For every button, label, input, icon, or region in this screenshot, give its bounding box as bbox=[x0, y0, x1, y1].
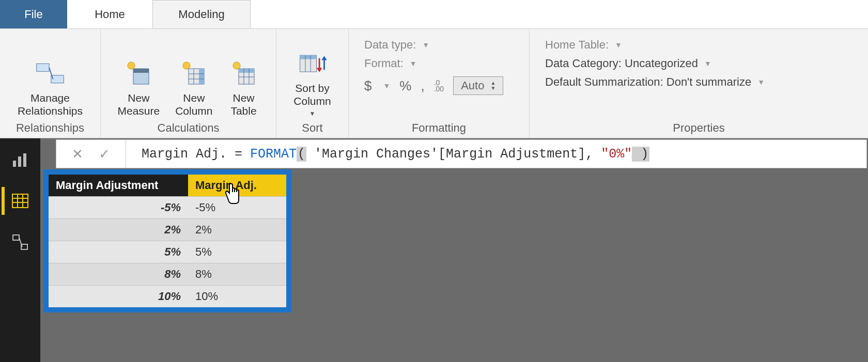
manage-relationships-label: Manage Relationships bbox=[18, 91, 83, 117]
new-column-label: New Column bbox=[175, 91, 212, 117]
table-row[interactable]: 10%10% bbox=[49, 286, 286, 308]
svg-point-12 bbox=[233, 62, 240, 69]
work-area: ✕ ✓ Margin Adj. = FORMAT( 'Margin Change… bbox=[0, 138, 868, 362]
svg-rect-22 bbox=[13, 161, 16, 167]
svg-rect-0 bbox=[37, 64, 49, 71]
new-column-button[interactable]: New Column bbox=[171, 56, 216, 119]
table-row[interactable]: 2%2% bbox=[49, 219, 286, 241]
data-table[interactable]: Margin Adjustment Margin Adj. -5%-5% 2%2… bbox=[49, 175, 286, 307]
sort-by-column-button[interactable]: Sort by Column ▼ bbox=[289, 46, 335, 119]
new-table-icon bbox=[228, 58, 259, 89]
decimal-places-auto[interactable]: Auto ▲▼ bbox=[453, 76, 503, 95]
auto-label: Auto bbox=[461, 79, 484, 92]
tab-row: File Home Modeling bbox=[0, 0, 868, 29]
new-table-label: New Table bbox=[230, 91, 256, 117]
tab-file[interactable]: File bbox=[0, 0, 67, 28]
column-header-margin-adjustment[interactable]: Margin Adjustment bbox=[49, 175, 188, 197]
cell[interactable]: 2% bbox=[188, 219, 286, 241]
svg-rect-8 bbox=[199, 69, 204, 84]
home-table-dropdown[interactable]: Home Table:▼ bbox=[545, 38, 847, 52]
main-area: ✕ ✓ Margin Adj. = FORMAT( 'Margin Change… bbox=[40, 138, 868, 362]
new-measure-label: New Measure bbox=[117, 91, 160, 117]
sort-icon bbox=[297, 49, 328, 80]
table-row[interactable]: 8%8% bbox=[49, 263, 286, 286]
svg-rect-25 bbox=[12, 194, 28, 208]
data-table-wrap: Margin Adjustment Margin Adj. -5%-5% 2%2… bbox=[43, 169, 291, 312]
cell[interactable]: 2% bbox=[49, 219, 188, 241]
new-table-button[interactable]: New Table bbox=[224, 56, 264, 119]
default-summarization-dropdown[interactable]: Default Summarization: Don't summarize▼ bbox=[545, 75, 847, 89]
data-canvas: Margin Adjustment Margin Adj. -5%-5% 2%2… bbox=[40, 169, 868, 362]
svg-rect-5 bbox=[133, 69, 149, 73]
column-header-margin-adj[interactable]: Margin Adj. bbox=[188, 175, 286, 197]
currency-button[interactable]: $ bbox=[364, 78, 371, 94]
relationships-icon bbox=[35, 58, 66, 89]
home-table-label: Home Table: bbox=[545, 38, 609, 52]
spinner-icon[interactable]: ▲▼ bbox=[490, 81, 495, 91]
group-relationships: Manage Relationships Relationships bbox=[0, 29, 101, 138]
cell[interactable]: 5% bbox=[188, 241, 286, 263]
new-measure-icon bbox=[123, 58, 154, 89]
view-rail bbox=[0, 138, 40, 362]
cell[interactable]: -5% bbox=[49, 197, 188, 219]
svg-point-3 bbox=[128, 62, 135, 69]
formula-bar[interactable]: ✕ ✓ Margin Adj. = FORMAT( 'Margin Change… bbox=[56, 139, 867, 168]
data-view-button[interactable] bbox=[6, 187, 34, 215]
sort-by-column-label: Sort by Column bbox=[293, 82, 331, 107]
group-relationships-title: Relationships bbox=[16, 119, 84, 136]
tab-home[interactable]: Home bbox=[67, 0, 152, 28]
report-view-button[interactable] bbox=[6, 146, 34, 174]
new-measure-button[interactable]: New Measure bbox=[113, 56, 164, 119]
svg-rect-23 bbox=[18, 156, 21, 167]
default-summarization-label: Default Summarization: Don't summarize bbox=[545, 75, 751, 89]
svg-rect-24 bbox=[23, 153, 26, 167]
cell[interactable]: 10% bbox=[188, 286, 286, 308]
formula-text[interactable]: Margin Adj. = FORMAT( 'Margin Changes'[M… bbox=[126, 147, 649, 162]
format-dropdown[interactable]: Format:▼ bbox=[364, 57, 508, 70]
data-category-label: Data Category: Uncategorized bbox=[545, 57, 698, 70]
new-column-icon bbox=[178, 58, 209, 89]
svg-rect-14 bbox=[239, 69, 254, 73]
group-sort-title: Sort bbox=[302, 119, 322, 136]
comma-button[interactable]: , bbox=[421, 78, 424, 94]
cell[interactable]: -5% bbox=[188, 197, 286, 219]
group-properties: Home Table:▼ Data Category: Uncategorize… bbox=[530, 29, 868, 138]
manage-relationships-button[interactable]: Manage Relationships bbox=[13, 56, 87, 119]
tab-modeling[interactable]: Modeling bbox=[152, 0, 251, 28]
cell[interactable]: 8% bbox=[49, 263, 188, 286]
cell[interactable]: 5% bbox=[49, 241, 188, 263]
cell[interactable]: 10% bbox=[49, 286, 188, 308]
commit-formula-icon[interactable]: ✓ bbox=[99, 146, 110, 162]
data-type-dropdown[interactable]: Data type:▼ bbox=[364, 38, 508, 52]
cell[interactable]: 8% bbox=[188, 263, 286, 286]
table-row[interactable]: 5%5% bbox=[49, 241, 286, 263]
ribbon: Manage Relationships Relationships New M… bbox=[0, 29, 868, 138]
data-category-dropdown[interactable]: Data Category: Uncategorized▼ bbox=[545, 57, 847, 70]
model-view-button[interactable] bbox=[6, 228, 34, 256]
cancel-formula-icon[interactable]: ✕ bbox=[72, 146, 83, 162]
data-type-label: Data type: bbox=[364, 38, 416, 52]
group-formatting: Data type:▼ Format:▼ $▼ % , .0 .00 Auto … bbox=[349, 29, 530, 138]
svg-rect-19 bbox=[300, 55, 316, 59]
format-label: Format: bbox=[364, 57, 404, 70]
svg-point-6 bbox=[183, 62, 190, 69]
svg-rect-30 bbox=[13, 235, 19, 240]
percent-button[interactable]: % bbox=[399, 78, 411, 94]
decimals-icon[interactable]: .0 .00 bbox=[434, 80, 444, 92]
group-calculations-title: Calculations bbox=[158, 119, 220, 136]
table-row[interactable]: -5%-5% bbox=[49, 197, 286, 219]
group-properties-title: Properties bbox=[673, 119, 724, 136]
group-sort: Sort by Column ▼ Sort bbox=[276, 29, 349, 138]
group-calculations: New Measure New Column bbox=[101, 29, 276, 138]
group-formatting-title: Formatting bbox=[412, 119, 466, 136]
